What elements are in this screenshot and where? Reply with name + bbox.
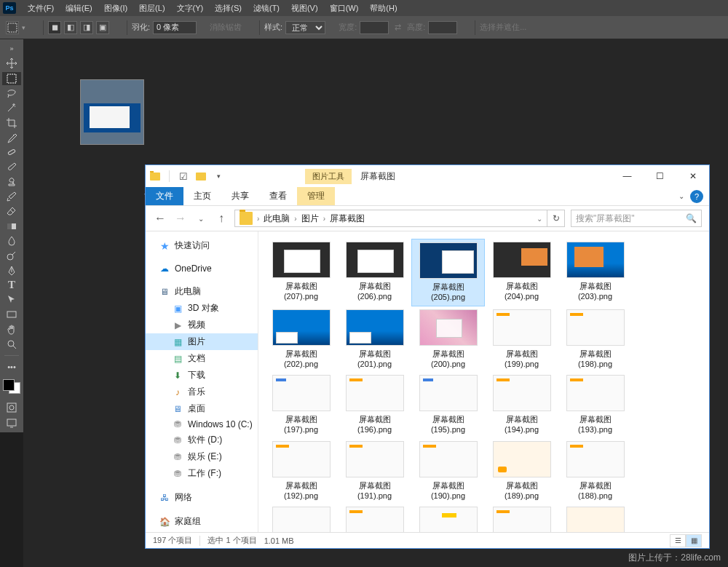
tab-file[interactable]: 文件 [146, 187, 183, 205]
selection-subtract-icon[interactable]: ◨ [80, 21, 93, 34]
blur-tool[interactable] [2, 234, 21, 247]
breadcrumb-pictures[interactable]: 图片 [298, 213, 322, 225]
file-item[interactable]: 屏幕截图 (206).png [338, 239, 411, 306]
search-box[interactable]: 搜索"屏幕截图" 🔍 [571, 210, 702, 227]
file-item[interactable]: 屏幕截图 (204).png [485, 239, 558, 306]
edit-toolbar-icon[interactable]: ••• [2, 360, 21, 373]
sidebar-drive-d[interactable]: ⛃软件 (D:) [146, 432, 258, 448]
type-tool[interactable]: T [2, 279, 21, 292]
ps-menu-item[interactable]: 图像(I) [98, 3, 133, 14]
file-item[interactable]: 屏幕截图 (194).png [485, 372, 558, 438]
nav-back-button[interactable]: ← [153, 211, 167, 226]
selection-intersect-icon[interactable]: ▣ [96, 21, 109, 34]
address-bar[interactable]: › 此电脑 › 图片 › 屏幕截图 ⌄ ↻ [234, 210, 565, 227]
new-folder-qat-icon[interactable] [194, 170, 207, 183]
sidebar-pictures[interactable]: ▦图片 [146, 333, 258, 350]
sidebar-music[interactable]: ♪音乐 [146, 384, 258, 400]
breadcrumb-screenshots[interactable]: 屏幕截图 [327, 213, 368, 225]
tab-manage[interactable]: 管理 [297, 187, 335, 205]
crop-tool[interactable] [2, 116, 21, 129]
ps-menu-item[interactable]: 视图(V) [285, 3, 324, 14]
sidebar-quick-access[interactable]: ★快速访问 [146, 237, 258, 254]
help-icon[interactable]: ? [690, 190, 703, 203]
marquee-tool-preset-icon[interactable] [6, 21, 19, 34]
file-item[interactable]: 屏幕截图 (190).png [411, 438, 485, 504]
file-item[interactable]: 屏幕截图 (185).png [411, 504, 485, 532]
tab-home[interactable]: 主页 [183, 187, 221, 205]
view-details-button[interactable]: ☰ [670, 534, 686, 547]
eraser-tool[interactable] [2, 205, 21, 218]
close-button[interactable]: ✕ [676, 166, 709, 186]
path-sep-icon[interactable]: › [256, 215, 261, 223]
nav-up-button[interactable]: ↑ [214, 211, 229, 226]
ps-menu-item[interactable]: 编辑(E) [60, 3, 98, 14]
file-item[interactable]: 屏幕截图 (197).png [264, 372, 338, 438]
selection-add-icon[interactable]: ◧ [64, 21, 77, 34]
sidebar-network[interactable]: 🖧网络 [146, 489, 258, 506]
quick-mask-icon[interactable] [2, 401, 21, 414]
sidebar-drive-e[interactable]: ⛃娱乐 (E:) [146, 448, 258, 465]
sidebar-drive-c[interactable]: ⛃Windows 10 (C:) [146, 417, 258, 432]
stamp-tool[interactable] [2, 175, 21, 189]
nav-history-dropdown[interactable]: ⌄ [194, 211, 208, 226]
file-item[interactable]: 屏幕截图 (201).png [338, 306, 411, 373]
move-tool[interactable] [2, 57, 21, 70]
file-item[interactable]: 屏幕截图 (205).png [411, 239, 485, 306]
ps-menu-item[interactable]: 滤镜(T) [248, 3, 285, 14]
healing-tool[interactable] [2, 146, 21, 159]
file-item[interactable]: 屏幕截图 (186).png [338, 504, 411, 532]
fg-color[interactable] [3, 379, 15, 391]
selection-new-icon[interactable]: ◼ [48, 21, 61, 34]
file-item[interactable]: 屏幕截图 (195).png [411, 372, 485, 438]
sidebar-downloads[interactable]: ⬇下载 [146, 367, 258, 384]
feather-input[interactable] [153, 21, 197, 34]
document-thumbnail[interactable] [80, 79, 144, 145]
explorer-titlebar[interactable]: ☑ ▾ 图片工具 屏幕截图 — ☐ ✕ [146, 165, 709, 187]
screen-mode-icon[interactable] [2, 416, 21, 429]
path-sep-icon[interactable]: › [322, 215, 327, 223]
qat-dropdown-icon[interactable]: ▾ [212, 170, 225, 183]
tab-view[interactable]: 查看 [259, 187, 297, 205]
file-item[interactable]: 屏幕截图 (187).png [264, 504, 338, 532]
search-icon[interactable]: 🔍 [686, 213, 697, 223]
sidebar-homegroup[interactable]: 🏠家庭组 [146, 513, 258, 530]
ps-menu-item[interactable]: 图层(L) [133, 3, 170, 14]
hand-tool[interactable] [2, 323, 21, 336]
file-item[interactable]: 屏幕截图 (193).png [558, 372, 632, 438]
sidebar-documents[interactable]: ▤文档 [146, 350, 258, 367]
ps-menu-item[interactable]: 窗口(W) [324, 3, 365, 14]
breadcrumb-pc[interactable]: 此电脑 [261, 213, 293, 225]
ps-menu-item[interactable]: 文字(Y) [171, 3, 210, 14]
sidebar-drive-f[interactable]: ⛃工作 (F:) [146, 465, 258, 482]
file-item[interactable]: 屏幕截图 (192).png [264, 438, 338, 504]
view-icons-button[interactable]: ▦ [686, 534, 702, 547]
path-sep-icon[interactable]: › [293, 215, 298, 223]
sidebar-onedrive[interactable]: ☁OneDrive [146, 261, 258, 276]
file-item[interactable]: 屏幕截图 (202).png [264, 306, 338, 373]
dodge-tool[interactable] [2, 249, 21, 262]
history-brush-tool[interactable] [2, 190, 21, 203]
rectangle-tool[interactable] [2, 308, 21, 321]
color-swatch[interactable] [3, 379, 20, 394]
refresh-button[interactable]: ↻ [547, 210, 564, 226]
file-item[interactable]: 屏幕截图 (207).png [264, 239, 338, 306]
file-item[interactable] [558, 504, 632, 532]
folder-qat-icon[interactable] [149, 170, 162, 183]
lasso-tool[interactable] [2, 87, 21, 100]
properties-qat-icon[interactable]: ☑ [177, 170, 190, 183]
expand-icon[interactable]: » [2, 42, 21, 55]
ps-menu-item[interactable]: 文件(F) [22, 3, 60, 14]
file-item[interactable]: 屏幕截图 (198).png [558, 306, 632, 373]
file-item[interactable]: 屏幕截图 (188).png [558, 438, 632, 504]
ribbon-expand-icon[interactable]: ⌄ [678, 192, 684, 200]
file-item[interactable]: 屏幕截图 (196).png [338, 372, 411, 438]
sidebar-desktop[interactable]: 🖥桌面 [146, 400, 258, 417]
eyedropper-tool[interactable] [2, 131, 21, 144]
file-item[interactable]: 屏幕截图 (191).png [338, 438, 411, 504]
sidebar-videos[interactable]: ▶视频 [146, 317, 258, 333]
pen-tool[interactable] [2, 263, 21, 277]
brush-tool[interactable] [2, 160, 21, 173]
address-dropdown-icon[interactable]: ⌄ [532, 215, 547, 223]
style-select[interactable]: 正常 [285, 21, 325, 34]
ps-menu-item[interactable]: 帮助(H) [364, 3, 403, 14]
